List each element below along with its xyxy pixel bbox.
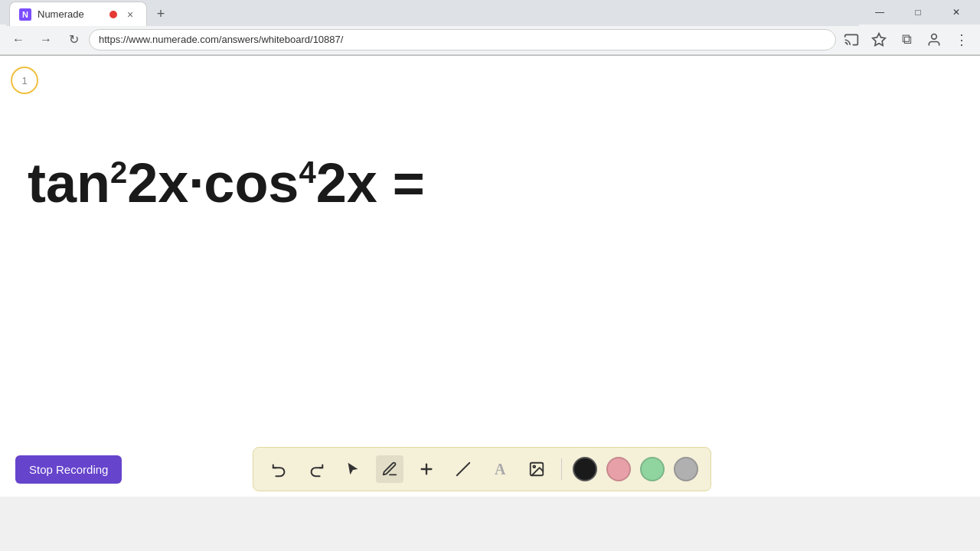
nav-bar: ← → ↻ https://www.numerade.com/answers/w… xyxy=(0,24,980,55)
bookmark-icon-button[interactable] xyxy=(867,28,891,52)
eraser-icon xyxy=(455,461,472,478)
pen-icon xyxy=(381,461,398,478)
bottom-bar: Stop Recording xyxy=(0,442,980,497)
image-icon xyxy=(528,461,545,478)
tab-title: Numerade xyxy=(38,8,103,20)
forward-button[interactable]: → xyxy=(34,28,58,52)
svg-point-7 xyxy=(534,465,536,468)
title-bar: N Numerade × + — □ ✕ xyxy=(0,0,980,24)
refresh-button[interactable]: ↻ xyxy=(61,28,86,52)
refresh-icon: ↻ xyxy=(69,32,79,47)
svg-marker-1 xyxy=(873,33,886,45)
bookmark-icon xyxy=(871,32,887,47)
pointer-icon xyxy=(345,461,361,478)
step-indicator: 1 xyxy=(11,67,38,94)
image-insert-button[interactable] xyxy=(523,455,550,483)
account-icon-button[interactable] xyxy=(922,28,946,52)
recording-indicator-dot xyxy=(109,11,117,18)
tab-favicon: N xyxy=(19,8,31,21)
url-text: https://www.numerade.com/answers/whitebo… xyxy=(99,34,343,45)
forward-icon: → xyxy=(40,33,52,47)
redo-icon xyxy=(308,461,325,478)
tab-close-button[interactable]: × xyxy=(123,8,137,21)
eraser-tool-button[interactable] xyxy=(449,455,477,483)
add-element-button[interactable] xyxy=(413,455,440,483)
maximize-button[interactable]: □ xyxy=(900,0,936,24)
stop-recording-button[interactable]: Stop Recording xyxy=(15,455,122,484)
add-icon xyxy=(418,461,435,478)
cast-icon xyxy=(844,32,859,47)
cast-icon-button[interactable] xyxy=(839,28,864,52)
color-pink-button[interactable] xyxy=(606,457,631,481)
active-tab[interactable]: N Numerade × xyxy=(9,2,147,26)
math-expression: tan22x·cos42x = xyxy=(28,155,425,210)
more-icon: ⋮ xyxy=(955,31,969,48)
math-text: tan22x·cos42x = xyxy=(28,152,425,214)
toolbar-separator xyxy=(561,458,562,480)
undo-button[interactable] xyxy=(266,455,293,483)
drawing-toolbar: A xyxy=(253,447,711,491)
redo-button[interactable] xyxy=(302,455,330,483)
svg-point-2 xyxy=(932,34,937,39)
color-green-button[interactable] xyxy=(640,457,665,481)
browser-nav-icons: ⧉ ⋮ xyxy=(839,28,974,52)
more-options-button[interactable]: ⋮ xyxy=(949,28,974,52)
back-icon: ← xyxy=(12,33,24,47)
svg-line-5 xyxy=(457,463,470,476)
undo-icon xyxy=(271,461,288,478)
tab-bar: N Numerade × + xyxy=(6,0,859,26)
window-controls: — □ ✕ xyxy=(862,0,974,24)
minimize-button[interactable]: — xyxy=(862,0,897,24)
new-tab-button[interactable]: + xyxy=(150,3,172,24)
step-number: 1 xyxy=(21,75,27,86)
text-tool-button[interactable]: A xyxy=(486,455,514,483)
address-bar[interactable]: https://www.numerade.com/answers/whitebo… xyxy=(89,29,836,51)
back-button[interactable]: ← xyxy=(6,28,31,52)
pen-tool-button[interactable] xyxy=(376,455,403,483)
text-icon: A xyxy=(495,461,505,478)
color-gray-button[interactable] xyxy=(674,457,698,481)
close-button[interactable]: ✕ xyxy=(939,0,974,24)
whiteboard-canvas[interactable]: 1 tan22x·cos42x = Stop Recording xyxy=(0,56,980,497)
account-icon xyxy=(926,32,942,47)
browser-chrome: N Numerade × + — □ ✕ ← → ↻ https://www.n… xyxy=(0,0,980,56)
select-tool-button[interactable] xyxy=(339,455,367,483)
extensions-icon-button[interactable]: ⧉ xyxy=(894,28,919,52)
color-black-button[interactable] xyxy=(573,457,597,481)
